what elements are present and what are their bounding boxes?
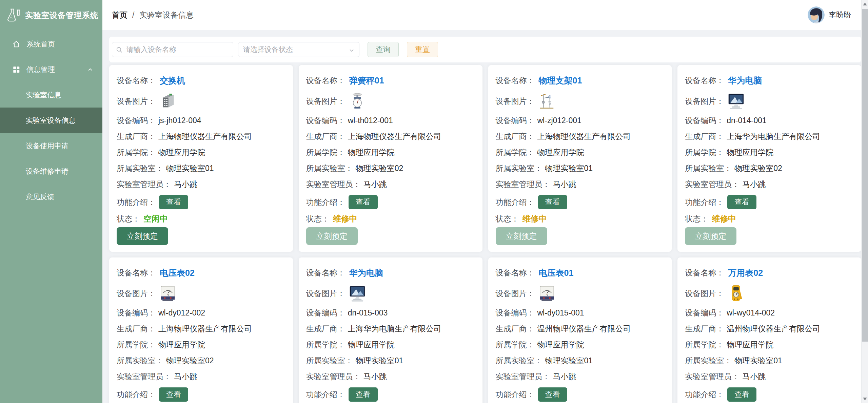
scrollbar-down-arrow-icon[interactable] — [863, 398, 867, 400]
device-lab-label: 所属实验室： — [685, 163, 732, 174]
device-college-label: 所属学院： — [306, 340, 345, 350]
query-button[interactable]: 查询 — [368, 42, 399, 57]
scrollbar-up-arrow-icon[interactable] — [863, 3, 867, 5]
device-manufacturer-value: 上海物理仪器生产有限公司 — [158, 324, 252, 334]
device-name-label: 设备名称： — [306, 268, 345, 278]
reserve-button[interactable]: 立刻预定 — [306, 227, 358, 245]
device-lab-label: 所属实验室： — [685, 356, 732, 366]
reserve-button[interactable]: 立刻预定 — [496, 227, 547, 245]
device-admin-label: 实验室管理员： — [306, 179, 361, 190]
device-card: 设备名称： 电压表01 设备图片： 设备编码： wl-dy015-001 生成厂… — [488, 257, 672, 403]
device-image-multimeter — [727, 284, 746, 303]
device-image-label: 设备图片： — [685, 288, 724, 299]
device-image-label: 设备图片： — [685, 96, 724, 107]
flask-logo-icon — [5, 7, 21, 23]
device-card: 设备名称： 交换机 设备图片： 设备编码： js-jh012-004 生成厂商：… — [109, 65, 293, 252]
device-admin-value: 马小跳 — [553, 179, 576, 190]
device-admin-value: 马小跳 — [363, 179, 387, 190]
scrollbar-thumb[interactable] — [862, 9, 868, 342]
view-intro-button[interactable]: 查看 — [727, 387, 756, 402]
device-intro-label: 功能介绍： — [685, 197, 724, 208]
device-name-search-input[interactable] — [112, 42, 233, 57]
device-status-label: 状态： — [117, 214, 140, 224]
device-status-label: 状态： — [496, 214, 519, 224]
device-image-monitor — [348, 284, 367, 303]
device-image-label: 设备图片： — [496, 288, 535, 299]
page-scrollbar[interactable] — [861, 0, 868, 403]
sidebar-subitem-4[interactable]: 意见反馈 — [0, 184, 102, 209]
sidebar-item-info-mgmt[interactable]: 信息管理 — [0, 57, 102, 82]
device-code-value: wl-dy015-001 — [537, 308, 584, 318]
device-card: 设备名称： 华为电脑 设备图片： 设备编码： dn-015-003 生成厂商： … — [299, 257, 482, 403]
view-intro-button[interactable]: 查看 — [159, 387, 188, 402]
reserve-button[interactable]: 立刻预定 — [117, 227, 168, 245]
reserve-button[interactable]: 立刻预定 — [685, 227, 736, 245]
device-card: 设备名称： 物理支架01 设备图片： 设备编码： wl-zj012-001 生成… — [488, 65, 672, 252]
sidebar-subitem-3[interactable]: 设备维修申请 — [0, 158, 102, 184]
device-admin-value: 马小跳 — [553, 371, 576, 382]
sidebar-submenu: 实验室信息实验室设备信息设备使用申请设备维修申请意见反馈 — [0, 82, 102, 209]
device-card: 设备名称： 弹簧秤01 设备图片： 设备编码： wl-th012-001 生成厂… — [299, 65, 482, 252]
device-name-value[interactable]: 华为电脑 — [728, 75, 762, 86]
device-code-label: 设备编码： — [685, 308, 724, 318]
view-intro-button[interactable]: 查看 — [538, 387, 567, 402]
sidebar-subitem-0[interactable]: 实验室信息 — [0, 82, 102, 108]
select-placeholder: 请选择设备状态 — [243, 45, 293, 54]
device-college-label: 所属学院： — [496, 340, 535, 350]
device-manufacturer-label: 生成厂商： — [117, 324, 156, 334]
device-name-value[interactable]: 电压表02 — [160, 267, 195, 279]
user-menu[interactable]: 李盼盼 — [808, 6, 851, 23]
view-intro-button[interactable]: 查看 — [159, 195, 188, 209]
device-college-value: 物理应用学院 — [537, 340, 584, 350]
device-lab-value: 物理实验室01 — [734, 356, 782, 366]
device-name-value[interactable]: 万用表02 — [728, 267, 763, 279]
device-lab-value: 物理实验室01 — [356, 356, 403, 366]
device-lab-value: 物理实验室02 — [356, 163, 403, 174]
device-name-label: 设备名称： — [496, 268, 535, 278]
app-logo: 实验室设备管理系统 — [0, 0, 102, 30]
sidebar-item-home[interactable]: 系统首页 — [0, 31, 102, 57]
breadcrumb-home[interactable]: 首页 — [112, 10, 127, 20]
device-code-value: js-jh012-004 — [158, 116, 201, 125]
device-lab-value: 物理实验室02 — [166, 356, 214, 366]
view-intro-button[interactable]: 查看 — [349, 387, 378, 402]
device-status-select[interactable]: 请选择设备状态 — [238, 42, 359, 57]
device-manufacturer-label: 生成厂商： — [306, 131, 345, 142]
device-admin-label: 实验室管理员： — [117, 371, 171, 382]
main-area: 首页 / 实验室设备信息 李盼盼 — [102, 0, 868, 403]
device-lab-label: 所属实验室： — [496, 356, 542, 366]
device-college-value: 物理应用学院 — [727, 147, 773, 158]
device-name-value[interactable]: 电压表01 — [539, 267, 574, 279]
device-college-value: 物理应用学院 — [158, 340, 205, 350]
device-manufacturer-value: 上海华为电脑生产有限公司 — [348, 324, 441, 334]
device-college-label: 所属学院： — [685, 340, 724, 350]
device-name-value[interactable]: 弹簧秤01 — [349, 75, 384, 86]
avatar — [808, 6, 825, 23]
device-image-stand — [537, 92, 556, 111]
device-image-label: 设备图片： — [306, 96, 345, 107]
device-name-value[interactable]: 交换机 — [160, 75, 185, 86]
device-lab-value: 物理实验室01 — [545, 163, 593, 174]
device-intro-label: 功能介绍： — [496, 389, 535, 400]
view-intro-button[interactable]: 查看 — [349, 195, 378, 209]
view-intro-button[interactable]: 查看 — [727, 195, 756, 209]
device-name-value[interactable]: 物理支架01 — [539, 75, 582, 86]
device-college-label: 所属学院： — [117, 147, 156, 158]
sidebar-subitem-1[interactable]: 实验室设备信息 — [0, 108, 102, 133]
device-intro-label: 功能介绍： — [496, 197, 535, 208]
app-root: 实验室设备管理系统 系统首页 信息管理 — [0, 0, 868, 403]
device-status-label: 状态： — [306, 214, 330, 224]
reset-button[interactable]: 重置 — [407, 42, 438, 57]
device-name-label: 设备名称： — [306, 75, 345, 86]
app-title: 实验室设备管理系统 — [25, 10, 98, 21]
device-lab-label: 所属实验室： — [306, 163, 353, 174]
device-name-value[interactable]: 华为电脑 — [349, 267, 383, 279]
device-manufacturer-label: 生成厂商： — [496, 131, 535, 142]
sidebar-item-label: 信息管理 — [26, 65, 55, 74]
view-intro-button[interactable]: 查看 — [538, 195, 567, 209]
sidebar-subitem-2[interactable]: 设备使用申请 — [0, 133, 102, 158]
device-code-label: 设备编码： — [306, 308, 345, 318]
device-intro-label: 功能介绍： — [306, 389, 345, 400]
device-image-scale — [348, 92, 367, 111]
device-code-label: 设备编码： — [117, 308, 156, 318]
